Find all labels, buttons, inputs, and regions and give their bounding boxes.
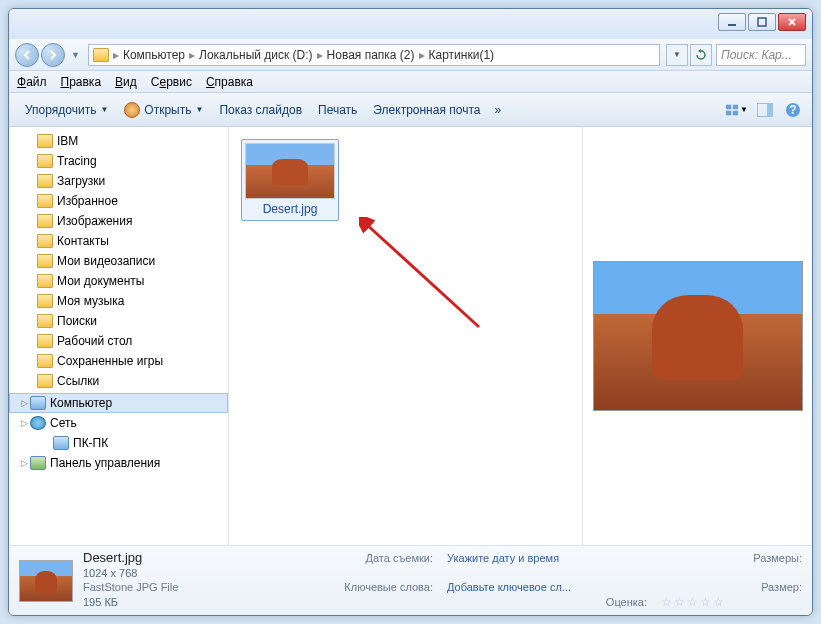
- content-area: Desert.jpg: [229, 127, 812, 545]
- folder-icon: [37, 174, 53, 188]
- titlebar: [9, 9, 812, 39]
- details-keywords-label: Ключевые слова:: [268, 581, 433, 593]
- svg-text:?: ?: [789, 103, 796, 117]
- tree-item-cpanel[interactable]: ▷Панель управления: [9, 453, 228, 473]
- explorer-window: ▼ ▸ Компьютер ▸ Локальный диск (D:) ▸ Но…: [8, 8, 813, 616]
- tree-item[interactable]: Рабочий стол: [9, 331, 228, 351]
- folder-icon: [37, 314, 53, 328]
- folder-icon: [37, 374, 53, 388]
- address-dropdown[interactable]: ▼: [666, 44, 688, 66]
- minimize-button[interactable]: [718, 13, 746, 31]
- tree-item[interactable]: IBM: [9, 131, 228, 151]
- details-rating-label: Оценка:: [447, 596, 647, 608]
- computer-icon: [30, 396, 46, 410]
- menu-edit[interactable]: Правка: [61, 75, 102, 89]
- history-dropdown-icon[interactable]: ▼: [71, 50, 80, 60]
- command-bar: Упорядочить▼ Открыть▼ Показ слайдов Печа…: [9, 93, 812, 127]
- help-button[interactable]: ?: [782, 99, 804, 121]
- folder-icon: [37, 254, 53, 268]
- details-size-label: Размер:: [671, 581, 802, 593]
- details-thumbnail: [19, 560, 73, 602]
- svg-rect-5: [733, 110, 738, 115]
- tree-item[interactable]: Мои документы: [9, 271, 228, 291]
- details-dims-label: Размеры:: [671, 552, 802, 564]
- folder-icon: [93, 48, 109, 62]
- computer-icon: [53, 436, 69, 450]
- breadcrumb-item[interactable]: Картинки(1): [425, 48, 499, 62]
- folder-icon: [37, 234, 53, 248]
- address-bar[interactable]: ▸ Компьютер ▸ Локальный диск (D:) ▸ Нова…: [88, 44, 660, 66]
- folder-icon: [37, 294, 53, 308]
- preview-pane-button[interactable]: [754, 99, 776, 121]
- svg-rect-7: [767, 103, 773, 117]
- tree-item[interactable]: Загрузки: [9, 171, 228, 191]
- tree-item[interactable]: Tracing: [9, 151, 228, 171]
- folder-icon: [37, 354, 53, 368]
- tree-item[interactable]: Мои видеозаписи: [9, 251, 228, 271]
- tree-item[interactable]: Поиски: [9, 311, 228, 331]
- file-name-label: Desert.jpg: [245, 199, 335, 217]
- close-button[interactable]: [778, 13, 806, 31]
- preview-image: [593, 261, 803, 411]
- tree-item-network[interactable]: ▷Сеть: [9, 413, 228, 433]
- breadcrumb-item[interactable]: Новая папка (2): [323, 48, 419, 62]
- file-thumbnail: [245, 143, 335, 199]
- nav-tree[interactable]: IBM Tracing Загрузки Избранное Изображен…: [9, 127, 229, 545]
- menu-file[interactable]: Файл: [17, 75, 47, 89]
- breadcrumb-item[interactable]: Компьютер: [119, 48, 189, 62]
- preview-pane: [582, 127, 812, 545]
- nav-row: ▼ ▸ Компьютер ▸ Локальный диск (D:) ▸ Но…: [9, 39, 812, 71]
- breadcrumb-item[interactable]: Локальный диск (D:): [195, 48, 317, 62]
- tree-item[interactable]: Сохраненные игры: [9, 351, 228, 371]
- tree-item[interactable]: Ссылки: [9, 371, 228, 391]
- back-button[interactable]: [15, 43, 39, 67]
- svg-rect-0: [728, 24, 736, 26]
- tree-item-computer[interactable]: ▷Компьютер: [9, 393, 228, 413]
- details-rating-stars[interactable]: ☆☆☆☆☆: [661, 595, 802, 609]
- forward-button[interactable]: [41, 43, 65, 67]
- tree-item[interactable]: Моя музыка: [9, 291, 228, 311]
- organize-button[interactable]: Упорядочить▼: [17, 100, 116, 120]
- svg-rect-2: [726, 104, 731, 109]
- cpanel-icon: [30, 456, 46, 470]
- menu-tools[interactable]: Сервис: [151, 75, 192, 89]
- tree-item[interactable]: Контакты: [9, 231, 228, 251]
- folder-icon: [37, 134, 53, 148]
- email-button[interactable]: Электронная почта: [365, 100, 488, 120]
- svg-line-10: [365, 223, 479, 327]
- network-icon: [30, 416, 46, 430]
- menu-view[interactable]: Вид: [115, 75, 137, 89]
- details-pane: Desert.jpg Дата съемки: Укажите дату и в…: [9, 545, 812, 615]
- folder-icon: [37, 194, 53, 208]
- details-filetype: FastStone JPG File: [83, 581, 254, 593]
- folder-icon: [37, 274, 53, 288]
- details-size-value: 195 КБ: [83, 596, 254, 608]
- tree-item-pc[interactable]: ПК-ПК: [9, 433, 228, 453]
- search-input[interactable]: Поиск: Кар...: [716, 44, 806, 66]
- svg-rect-4: [726, 110, 731, 115]
- folder-icon: [37, 334, 53, 348]
- folder-icon: [37, 214, 53, 228]
- file-list[interactable]: Desert.jpg: [229, 127, 582, 545]
- tree-item[interactable]: Избранное: [9, 191, 228, 211]
- open-icon: [124, 102, 140, 118]
- print-button[interactable]: Печать: [310, 100, 365, 120]
- svg-rect-3: [733, 104, 738, 109]
- file-item-selected[interactable]: Desert.jpg: [241, 139, 339, 221]
- details-date-label: Дата съемки:: [268, 552, 433, 564]
- details-filename: Desert.jpg: [83, 550, 254, 565]
- details-keywords-value[interactable]: Добавьте ключевое сл...: [447, 581, 647, 593]
- folder-icon: [37, 154, 53, 168]
- menu-help[interactable]: Справка: [206, 75, 253, 89]
- slideshow-button[interactable]: Показ слайдов: [211, 100, 310, 120]
- svg-rect-1: [758, 18, 766, 26]
- open-button[interactable]: Открыть▼: [116, 99, 211, 121]
- refresh-button[interactable]: [690, 44, 712, 66]
- maximize-button[interactable]: [748, 13, 776, 31]
- overflow-chevron-icon[interactable]: »: [494, 103, 501, 117]
- tree-item[interactable]: Изображения: [9, 211, 228, 231]
- views-button[interactable]: ▼: [726, 99, 748, 121]
- menu-bar: Файл Правка Вид Сервис Справка: [9, 71, 812, 93]
- details-dims-value: 1024 x 768: [83, 567, 254, 579]
- details-date-value[interactable]: Укажите дату и время: [447, 552, 647, 564]
